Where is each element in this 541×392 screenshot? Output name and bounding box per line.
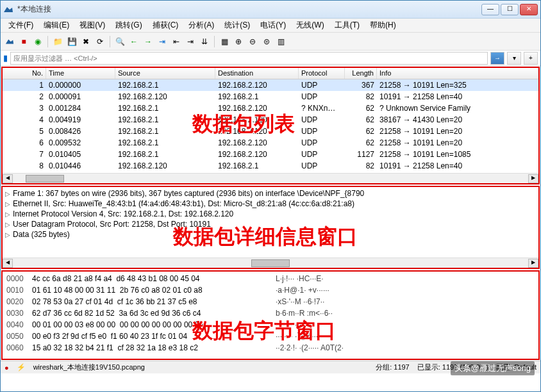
hex-row[interactable]: 005000 e0 f3 2f 9d cf f5 e0 f1 60 40 23 … (6, 331, 535, 342)
colorize-icon[interactable]: ▦ (218, 35, 231, 48)
menu-go[interactable]: 跳转(G) (110, 19, 147, 32)
packet-row[interactable]: 60.009532192.168.2.1192.168.2.120UDP6221… (3, 137, 538, 149)
col-time[interactable]: Time (46, 68, 115, 79)
expand-icon[interactable]: ▷ (5, 190, 13, 197)
packet-row[interactable]: 70.010405192.168.2.1192.168.2.120UDP1127… (3, 149, 538, 160)
restart-icon[interactable]: ◉ (31, 35, 44, 48)
col-info[interactable]: Info (377, 68, 538, 79)
packet-row[interactable]: 50.008426192.168.2.1192.168.2.120UDP6221… (3, 126, 538, 137)
resize-cols-icon[interactable]: ▥ (274, 35, 287, 48)
close-file-icon[interactable]: ✖ (79, 35, 92, 48)
hex-row[interactable]: 002002 78 53 0a 27 cf 01 4d cf 1c 36 bb … (6, 296, 535, 307)
expand-icon[interactable]: ▷ (5, 221, 13, 228)
packet-row[interactable]: 30.001284192.168.2.1192.168.2.120? KNXn…… (3, 102, 538, 114)
menu-bar: 文件(F) 编辑(E) 视图(V) 跳转(G) 捕获(C) 分析(A) 统计(S… (1, 19, 540, 33)
packet-row[interactable]: 80.010446192.168.2.120192.168.2.1UDP8210… (3, 160, 538, 172)
detail-row[interactable]: ▷Ethernet II, Src: HuaweiTe_48:43:b1 (f4… (4, 199, 537, 209)
col-length[interactable]: Length (345, 68, 377, 79)
hex-row[interactable]: 003062 d7 36 cc 6d 82 1d 52 3a 6d 3c ed … (6, 307, 535, 319)
packet-row[interactable]: 20.000091192.168.2.120192.168.2.1UDP8210… (3, 91, 538, 102)
detail-row[interactable]: ▷Internet Protocol Version 4, Src: 192.1… (4, 209, 537, 219)
menu-telephony[interactable]: 电话(Y) (255, 19, 291, 32)
hscrollbar[interactable]: ◀▶ (3, 173, 538, 183)
last-icon[interactable]: ⇥ (184, 35, 197, 48)
zoom-reset-icon[interactable]: ⊜ (260, 35, 273, 48)
stop-icon[interactable]: ■ (17, 35, 30, 48)
menu-view[interactable]: 视图(V) (74, 19, 110, 32)
bookmark-icon[interactable]: ▮ (3, 53, 8, 63)
app-icon (3, 4, 13, 15)
status-file: wireshark_本地连接19V150.pcapng (33, 363, 369, 372)
col-destination[interactable]: Destination (215, 68, 299, 79)
title-bar: *本地连接 — ☐ ✕ (1, 1, 540, 19)
shark-icon[interactable] (3, 35, 16, 48)
packet-list-body[interactable]: 10.000000192.168.2.1192.168.2.120UDP3672… (3, 79, 538, 173)
minimize-button[interactable]: — (481, 4, 499, 15)
packet-details-panel: ▷Frame 1: 367 bytes on wire (2936 bits),… (1, 186, 540, 269)
filter-expression-button[interactable]: ▾ (507, 52, 521, 65)
menu-edit[interactable]: 编辑(E) (38, 19, 74, 32)
window-title: *本地连接 (17, 4, 481, 15)
expand-icon[interactable]: ▷ (5, 211, 13, 218)
packet-list-header: No. Time Source Destination Protocol Len… (3, 68, 538, 79)
hex-row[interactable]: 00004c cc 6a d8 21 a8 f4 a4 d6 48 43 b1 … (6, 273, 535, 284)
detail-row[interactable]: ▷User Datagram Protocol, Src Port: 21258… (4, 219, 537, 229)
hscrollbar[interactable]: ◀▶ (3, 257, 538, 268)
reload-icon[interactable]: ⟳ (94, 35, 106, 48)
col-protocol[interactable]: Protocol (299, 68, 345, 79)
maximize-button[interactable]: ☐ (501, 4, 519, 15)
ready-icon: ● (4, 364, 9, 372)
col-source[interactable]: Source (115, 68, 215, 79)
col-no[interactable]: No. (3, 68, 46, 79)
find-icon[interactable]: 🔍 (113, 35, 126, 48)
save-icon[interactable]: 💾 (65, 35, 78, 48)
hex-row[interactable]: 004000 01 00 00 03 e8 00 00 00 00 00 00 … (6, 319, 535, 331)
menu-capture[interactable]: 捕获(C) (147, 19, 184, 32)
expand-icon[interactable]: ▷ (5, 231, 13, 238)
menu-wireless[interactable]: 无线(W) (291, 19, 329, 32)
menu-analyze[interactable]: 分析(A) (183, 19, 219, 32)
packet-details-body[interactable]: ▷Frame 1: 367 bytes on wire (2936 bits),… (3, 187, 538, 257)
open-icon[interactable]: 📁 (51, 35, 64, 48)
watermark: 头条@雁过无声song (451, 361, 535, 375)
filter-input[interactable] (10, 52, 488, 65)
menu-statistics[interactable]: 统计(S) (219, 19, 255, 32)
toolbar: ■ ◉ 📁 💾 ✖ ⟳ 🔍 ← → ⇥ ⇤ ⇥ ⇊ ▦ ⊕ ⊖ ⊜ ▥ (1, 33, 540, 51)
first-icon[interactable]: ⇤ (170, 35, 183, 48)
prev-icon[interactable]: ← (128, 35, 140, 48)
packet-row[interactable]: 10.000000192.168.2.1192.168.2.120UDP3672… (3, 79, 538, 91)
detail-row[interactable]: ▷Frame 1: 367 bytes on wire (2936 bits),… (4, 188, 537, 199)
packet-bytes-body[interactable]: 00004c cc 6a d8 21 a8 f4 a4 d6 48 43 b1 … (3, 272, 538, 360)
packet-bytes-panel: 00004c cc 6a d8 21 a8 f4 a4 d6 48 43 b1 … (1, 270, 540, 360)
hex-row[interactable]: 006015 a0 32 18 32 b4 21 f1 cf 28 32 1a … (6, 342, 535, 354)
zoom-out-icon[interactable]: ⊖ (246, 35, 259, 48)
next-icon[interactable]: → (142, 35, 154, 48)
autoscroll-icon[interactable]: ⇊ (198, 35, 211, 48)
detail-row[interactable]: ▷Data (325 bytes) (4, 229, 537, 240)
filter-apply-button[interactable]: → (490, 52, 504, 65)
filter-add-button[interactable]: + (524, 52, 538, 65)
packet-row[interactable]: 40.004919192.168.2.1192.168.2.120UDP6238… (3, 114, 538, 126)
expand-icon[interactable]: ▷ (5, 200, 13, 208)
status-packets: 分组: 1197 (376, 363, 410, 372)
packet-list-panel: No. Time Source Destination Protocol Len… (1, 67, 540, 184)
capture-icon: ⚡ (17, 363, 26, 372)
hex-row[interactable]: 001001 61 10 48 00 00 31 11 2b 76 c0 a8 … (6, 284, 535, 296)
zoom-in-icon[interactable]: ⊕ (232, 35, 245, 48)
menu-tools[interactable]: 工具(T) (329, 19, 365, 32)
filter-bar: ▮ → ▾ + (1, 51, 540, 66)
close-button[interactable]: ✕ (520, 4, 538, 15)
goto-icon[interactable]: ⇥ (156, 35, 169, 48)
menu-help[interactable]: 帮助(H) (365, 19, 401, 32)
menu-file[interactable]: 文件(F) (3, 19, 38, 32)
